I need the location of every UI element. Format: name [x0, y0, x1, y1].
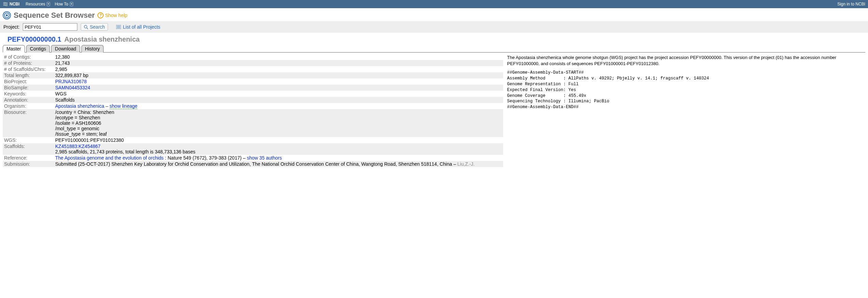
metadata-panel: # of Contigs:12,380 # of Proteins:21,743…: [3, 54, 503, 167]
biosource-ecotype: /ecotype = Shenzhen: [55, 115, 502, 120]
organism-label: Organism:: [3, 103, 54, 109]
list-projects-link[interactable]: List of all Projects: [116, 24, 160, 30]
list-icon: [116, 25, 121, 29]
howto-menu[interactable]: How To ▾: [53, 2, 75, 6]
ncbi-icon: [3, 2, 8, 6]
show-lineage-link[interactable]: show lineage: [110, 103, 138, 109]
tab-download[interactable]: Download: [51, 45, 80, 53]
tab-contigs[interactable]: Contigs: [26, 45, 50, 53]
help-label: Show help: [105, 13, 127, 18]
scaffolds-desc: 2,985 scaffolds, 21,743 proteins, total …: [55, 149, 195, 154]
biosource-country: /country = China: Shenzhen: [55, 109, 502, 115]
organism-link[interactable]: Apostasia shenzhenica: [55, 103, 104, 109]
scaffolds-chrs-value: 2,985: [54, 66, 503, 72]
total-length-value: 322,899,837 bp: [54, 72, 503, 78]
proteins-value: 21,743: [54, 60, 503, 66]
metadata-table: # of Contigs:12,380 # of Proteins:21,743…: [3, 54, 503, 167]
organism-name: Apostasia shenzhenica: [64, 35, 140, 43]
genome-assembly-data: ##Genome-Assembly-Data-START## Assembly …: [507, 70, 863, 110]
title-bar: Sequence Set Browser ? Show help: [0, 8, 868, 21]
project-label: Project:: [3, 24, 19, 30]
tabs: Master Contigs Download History: [0, 45, 868, 53]
show-authors-link[interactable]: show 35 authors: [247, 155, 282, 161]
reference-citation: : Nature 549 (7672), 379-383 (2017) –: [164, 155, 247, 161]
keywords-label: Keywords:: [3, 91, 54, 97]
biosource-value: /country = China: Shenzhen /ecotype = Sh…: [54, 109, 503, 137]
project-description: The Apostasia shenzhenica whole genome s…: [507, 55, 863, 66]
search-button-label: Search: [90, 24, 105, 30]
submission-author: Liu,Z.-J.: [458, 161, 475, 167]
bullseye-icon: [3, 11, 11, 19]
biosample-link[interactable]: SAMN04453324: [55, 85, 90, 90]
search-button[interactable]: Search: [81, 23, 108, 31]
total-length-label: Total length:: [3, 72, 54, 78]
contigs-label: # of Contigs:: [3, 54, 54, 60]
bioproject-label: BioProject:: [3, 78, 54, 85]
svg-line-4: [87, 28, 88, 29]
top-nav: NCBI Resources ▾ How To ▾ Sign in to NCB…: [0, 0, 868, 8]
howto-label: How To: [55, 2, 68, 6]
svg-point-3: [84, 25, 87, 28]
biosource-tissue: /tissue_type = stem; leaf: [55, 131, 502, 137]
sep: –: [104, 103, 110, 109]
help-icon: ?: [97, 12, 104, 18]
resources-menu[interactable]: Resources ▾: [24, 2, 52, 6]
wgs-label: WGS:: [3, 137, 54, 143]
resources-label: Resources: [26, 2, 45, 6]
proteins-label: # of Proteins:: [3, 60, 54, 66]
description-panel: The Apostasia shenzhenica whole genome s…: [503, 54, 865, 110]
chevron-down-icon: ▾: [70, 2, 73, 6]
scaffolds-chrs-label: # of Scaffolds/Chrs:: [3, 66, 54, 72]
svg-point-2: [6, 14, 8, 16]
brand-label: NCBI: [10, 2, 19, 6]
sign-in-link[interactable]: Sign in to NCBI: [837, 2, 865, 6]
biosource-moltype: /mol_type = genomic: [55, 126, 502, 131]
submission-text: Submitted (25-OCT-2017) Shenzhen Key Lab…: [55, 161, 458, 167]
reference-link[interactable]: The Apostasia genome and the evolution o…: [55, 155, 164, 161]
list-projects-label: List of all Projects: [123, 24, 160, 30]
biosample-label: BioSample:: [3, 85, 54, 91]
chevron-down-icon: ▾: [47, 2, 50, 6]
tab-history[interactable]: History: [81, 45, 104, 53]
biosource-isolate: /isolate = ASH160606: [55, 120, 502, 126]
scaffolds-label: Scaffolds:: [3, 143, 54, 155]
annotation-value: Scaffolds: [54, 97, 503, 103]
wgs-value: PEFY01000001:PEFY01012380: [54, 137, 503, 143]
tab-master[interactable]: Master: [3, 45, 25, 53]
page-title: Sequence Set Browser: [14, 11, 95, 20]
annotation-label: Annotation:: [3, 97, 54, 103]
submission-label: Submission:: [3, 161, 54, 167]
ncbi-logo[interactable]: NCBI: [3, 2, 19, 6]
record-heading: PEFY00000000.1 Apostasia shenzhenica: [0, 33, 868, 45]
contigs-value: 12,380: [54, 54, 503, 60]
project-input[interactable]: [23, 23, 77, 31]
biosource-label: Biosource:: [3, 109, 54, 137]
search-bar: Project: Search List of all Projects: [0, 21, 868, 33]
scaffolds-link[interactable]: KZ451883:KZ454867: [55, 144, 100, 149]
accession-id: PEFY00000000.1: [7, 35, 61, 43]
reference-label: Reference:: [3, 155, 54, 161]
keywords-value: WGS: [54, 91, 503, 97]
show-help-link[interactable]: ? Show help: [97, 12, 127, 18]
search-icon: [84, 25, 88, 29]
bioproject-link[interactable]: PRJNA310678: [55, 79, 87, 84]
